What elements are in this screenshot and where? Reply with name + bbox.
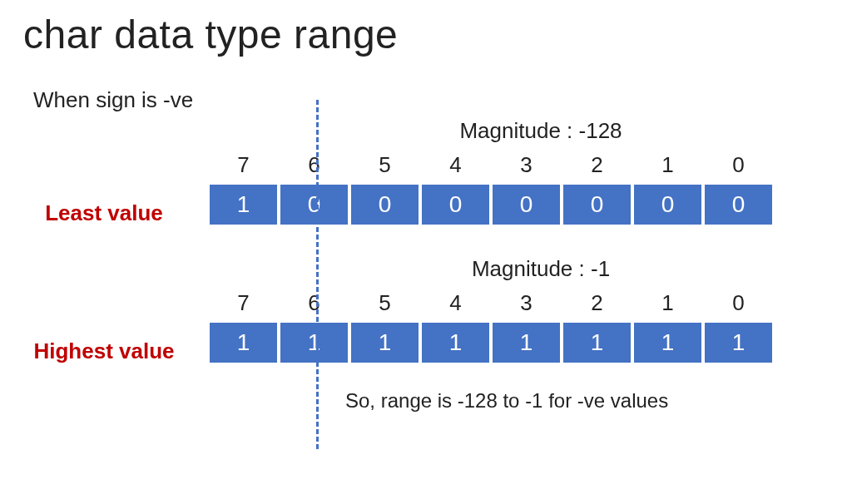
bit-index: 6 <box>279 152 349 183</box>
bit-index: 5 <box>349 152 420 183</box>
bit-cell: 0 <box>349 183 420 226</box>
bit-cell: 1 <box>349 321 420 364</box>
bit-index: 4 <box>420 290 491 321</box>
bit-block: 7 6 5 4 3 2 1 0 1 1 1 1 1 1 1 1 <box>208 290 774 364</box>
bit-index: 7 <box>208 152 279 183</box>
bit-cell: 0 <box>420 183 491 226</box>
bit-cell: 1 <box>279 321 349 364</box>
bit-cell: 0 <box>279 183 349 226</box>
conclusion-text: So, range is -128 to -1 for -ve values <box>345 389 852 413</box>
bit-cell: 1 <box>491 321 562 364</box>
sign-magnitude-divider <box>316 100 319 449</box>
bit-index: 7 <box>208 290 279 321</box>
bit-index: 5 <box>349 290 420 321</box>
bit-index: 3 <box>491 152 562 183</box>
bit-block: 7 6 5 4 3 2 1 0 1 0 0 0 0 0 0 0 <box>208 152 774 226</box>
highest-value-section: Magnitude : -1 Highest value 7 6 5 4 3 2… <box>0 256 852 364</box>
bit-cells-row: 1 1 1 1 1 1 1 1 <box>208 321 774 364</box>
magnitude-text: Magnitude : -128 <box>308 118 774 144</box>
sign-condition-text: When sign is -ve <box>0 57 852 113</box>
bit-cells-row: 1 0 0 0 0 0 0 0 <box>208 183 774 226</box>
bit-cell: 1 <box>208 183 279 226</box>
row-label-least: Least value <box>0 200 208 226</box>
row-label-highest: Highest value <box>0 338 208 364</box>
bit-index: 0 <box>703 290 774 321</box>
bit-index: 0 <box>703 152 774 183</box>
bit-cell: 1 <box>208 321 279 364</box>
bit-index: 3 <box>491 290 562 321</box>
bit-cell: 0 <box>562 183 632 226</box>
bit-index: 1 <box>632 290 703 321</box>
bit-cell: 1 <box>703 321 774 364</box>
bit-indices-row: 7 6 5 4 3 2 1 0 <box>208 152 774 183</box>
bit-cell: 1 <box>632 321 703 364</box>
bit-index: 1 <box>632 152 703 183</box>
bit-cell: 1 <box>562 321 632 364</box>
bit-cell: 0 <box>491 183 562 226</box>
bit-cell: 0 <box>703 183 774 226</box>
page-title: char data type range <box>0 0 852 57</box>
magnitude-text: Magnitude : -1 <box>308 256 774 282</box>
bit-index: 2 <box>562 290 632 321</box>
least-value-section: Magnitude : -128 Least value 7 6 5 4 3 2… <box>0 118 852 226</box>
bit-cell: 1 <box>420 321 491 364</box>
bit-index: 4 <box>420 152 491 183</box>
bit-index: 2 <box>562 152 632 183</box>
bit-indices-row: 7 6 5 4 3 2 1 0 <box>208 290 774 321</box>
bit-cell: 0 <box>632 183 703 226</box>
bit-index: 6 <box>279 290 349 321</box>
